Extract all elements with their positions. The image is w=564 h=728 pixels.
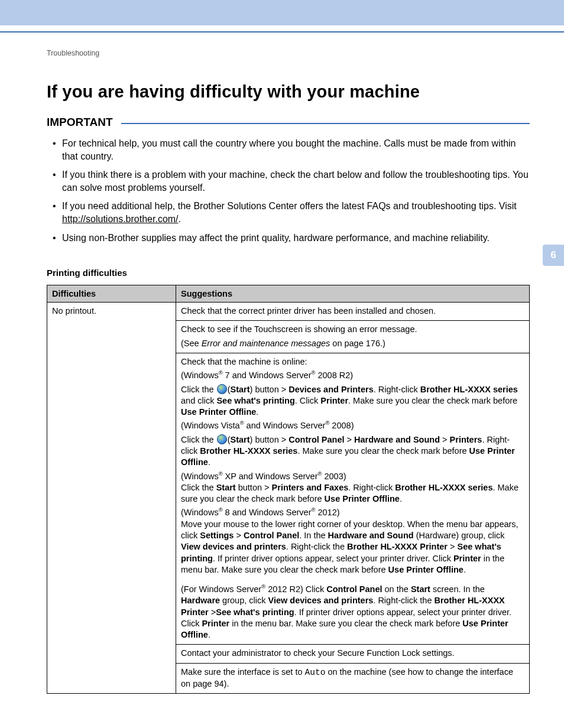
- text-bold: Printer: [202, 619, 229, 628]
- suggestion-cell: Check to see if the Touchscreen is showi…: [176, 321, 530, 353]
- text: If you need additional help, the Brother…: [62, 201, 517, 211]
- table-header-row: Difficulties Suggestions: [47, 285, 530, 303]
- text: 2012): [315, 508, 339, 517]
- text: group, click: [220, 596, 268, 605]
- text: . Right-click: [374, 385, 420, 394]
- text: (For Windows Server: [181, 584, 261, 594]
- text-bold: Settings: [200, 531, 234, 540]
- text: (Windows: [181, 508, 219, 517]
- text-italic: Error and maintenance messages: [202, 339, 330, 348]
- difficulty-cell: No printout.: [47, 303, 176, 694]
- list-item: If you need additional help, the Brother…: [55, 200, 530, 225]
- text: (See: [181, 339, 202, 348]
- page-content: Troubleshooting If you are having diffic…: [0, 32, 564, 694]
- text: on the: [383, 584, 411, 594]
- text: (Windows: [181, 472, 219, 481]
- text-bold: View devices and printers: [268, 596, 374, 605]
- col-header-suggestions: Suggestions: [176, 285, 530, 303]
- text: (Windows Vista: [181, 421, 240, 430]
- text-bold: Start: [216, 483, 236, 492]
- suggestion-cell: Contact your administrator to check your…: [176, 645, 530, 663]
- text: >: [448, 542, 458, 551]
- list-item: Using non-Brother supplies may affect th…: [55, 232, 530, 245]
- suggestion-cell: Check that the correct printer driver ha…: [176, 303, 530, 321]
- text-bold: Devices and Printers: [289, 385, 373, 394]
- text: >: [209, 607, 216, 617]
- windows-start-icon: [217, 434, 227, 444]
- text: 2012 R2) Click: [265, 584, 326, 594]
- text-bold: Printer: [320, 396, 348, 405]
- text: screen. In the: [430, 584, 485, 594]
- header-band: [0, 0, 564, 25]
- table-row: No printout. Check that the correct prin…: [47, 303, 530, 321]
- page-footer: 194: [0, 723, 564, 728]
- text: (Hardware) group, click: [414, 531, 505, 540]
- section-title: Printing difficulties: [47, 268, 530, 278]
- text: 8 and Windows Server: [223, 508, 312, 517]
- text-bold: Start: [230, 435, 249, 444]
- text: Check that the machine is online:: [181, 356, 524, 368]
- text: ) button >: [250, 435, 289, 444]
- text-bold: Use Printer Offline: [388, 565, 463, 574]
- list-item: If you think there is a problem with you…: [55, 168, 530, 194]
- text: on page 176.): [330, 339, 385, 348]
- text: . Click: [295, 396, 321, 405]
- text-bold: Brother HL-XXXX series: [420, 385, 518, 394]
- col-header-difficulties: Difficulties: [47, 285, 176, 303]
- text: .: [208, 630, 210, 639]
- text-bold: Start: [411, 584, 430, 594]
- text-bold: Brother HL-XXXX Printer: [347, 542, 448, 551]
- text: .: [256, 407, 258, 417]
- text: >: [440, 435, 450, 444]
- solutions-link[interactable]: http://solutions.brother.com/: [62, 214, 179, 224]
- important-label: IMPORTANT: [47, 116, 113, 129]
- text: Click the: [181, 483, 216, 492]
- text: and Windows Server: [244, 421, 326, 430]
- text: in the menu bar. Make sure you clear the…: [229, 619, 462, 628]
- important-list: For technical help, you must call the co…: [47, 137, 530, 244]
- important-heading-row: IMPORTANT: [47, 116, 530, 129]
- page-title: If you are having difficulty with your m…: [47, 82, 530, 102]
- text-bold: Printers: [450, 435, 482, 444]
- text: .: [179, 214, 181, 224]
- text-bold: Control Panel: [326, 584, 382, 594]
- text: . In the: [299, 531, 328, 540]
- text-bold: See what's printing: [216, 396, 294, 405]
- text-bold: Printers and Faxes: [272, 483, 349, 492]
- text: ) button >: [250, 385, 289, 394]
- text: 2008 R2): [315, 370, 353, 380]
- text-bold: Use Printer Offline: [325, 494, 400, 503]
- text-mono: Auto: [305, 668, 326, 677]
- text-bold: View devices and printers: [181, 542, 286, 551]
- text: and click: [181, 396, 216, 405]
- text: . If printer driver options appear, sele…: [213, 554, 453, 563]
- breadcrumb: Troubleshooting: [47, 49, 530, 57]
- text: .: [400, 494, 402, 503]
- suggestion-cell: Make sure the interface is set to Auto o…: [176, 663, 530, 694]
- text: . Right-click: [348, 483, 395, 492]
- text: . Make sure you clear the check mark bef…: [297, 446, 469, 456]
- text: .: [208, 457, 210, 467]
- text-bold: Hardware and Sound: [328, 531, 414, 540]
- text: XP and Windows Server: [223, 472, 318, 481]
- text: 2008): [329, 421, 354, 430]
- text-bold: Control Panel: [244, 531, 299, 540]
- text-bold: Hardware: [181, 596, 220, 605]
- text-bold: Control Panel: [289, 435, 344, 444]
- text-bold: See what's printing: [216, 607, 294, 617]
- text-bold: Printer: [453, 554, 481, 563]
- text: >: [345, 435, 355, 444]
- text: button >: [236, 483, 272, 492]
- suggestion-cell: Check that the machine is online: (Windo…: [176, 353, 530, 645]
- windows-start-icon: [217, 384, 227, 394]
- text-bold: Brother HL-XXXX series: [200, 446, 297, 456]
- text: .: [463, 565, 466, 574]
- text: Click the: [181, 385, 216, 394]
- text: Click the: [181, 435, 216, 444]
- text: (Windows: [181, 370, 219, 380]
- list-item: For technical help, you must call the co…: [55, 137, 530, 162]
- text-bold: Hardware and Sound: [354, 435, 440, 444]
- text-bold: Use Printer Offline: [181, 407, 256, 417]
- text-bold: Brother HL-XXXX series: [395, 483, 492, 492]
- text: >: [234, 531, 244, 540]
